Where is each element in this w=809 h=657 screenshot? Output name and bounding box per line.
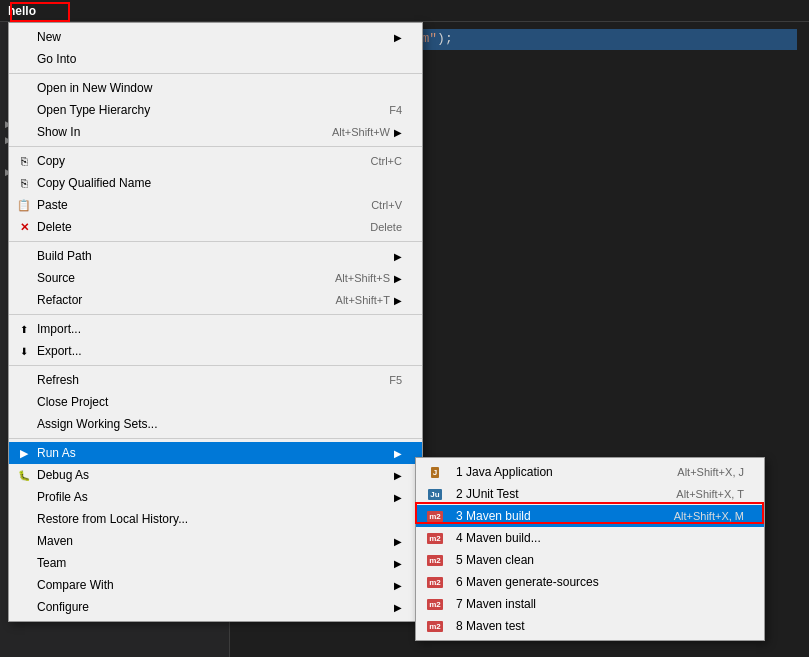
shortcut-junit: Alt+Shift+X, T <box>676 488 744 500</box>
separator-6 <box>9 438 422 439</box>
submenu-arrow-maven: ▶ <box>394 536 402 547</box>
menu-item-build-path[interactable]: Build Path ▶ <box>9 245 422 267</box>
separator-2 <box>9 146 422 147</box>
delete-icon: ✕ <box>15 218 33 236</box>
context-menu[interactable]: New ▶ Go Into Open in New Window Open Ty… <box>8 22 423 622</box>
maven-clean-icon: m2 <box>422 552 448 568</box>
maven-test-icon: m2 <box>422 618 448 634</box>
submenu-arrow-build-path: ▶ <box>394 251 402 262</box>
menu-item-paste[interactable]: 📋 Paste Ctrl+V <box>9 194 422 216</box>
maven-build-icon-text: m2 <box>427 511 443 522</box>
submenu-item-java-app[interactable]: J 1 Java Application Alt+Shift+X, J <box>416 461 764 483</box>
menu-item-configure-label: Configure <box>37 600 390 614</box>
submenu-arrow-source: ▶ <box>394 273 402 284</box>
shortcut-maven-build: Alt+Shift+X, M <box>674 510 744 522</box>
separator-1 <box>9 73 422 74</box>
submenu-arrow-team: ▶ <box>394 558 402 569</box>
shortcut-refactor: Alt+Shift+T <box>336 294 390 306</box>
maven-build-dots-icon: m2 <box>422 530 448 546</box>
maven-clean-icon-text: m2 <box>427 555 443 566</box>
menu-item-refactor[interactable]: Refactor Alt+Shift+T ▶ <box>9 289 422 311</box>
context-menu-overlay: New ▶ Go Into Open in New Window Open Ty… <box>0 0 809 657</box>
maven-dots-icon-text: m2 <box>427 533 443 544</box>
menu-item-copy-label: Copy <box>37 154 351 168</box>
menu-item-open-type-hierarchy-label: Open Type Hierarchy <box>37 103 369 117</box>
separator-4 <box>9 314 422 315</box>
menu-item-delete-label: Delete <box>37 220 350 234</box>
maven-build-icon: m2 <box>422 508 448 524</box>
junit-icon-text: Ju <box>428 489 441 500</box>
menu-item-export-label: Export... <box>37 344 402 358</box>
submenu-item-maven-install-label: 7 Maven install <box>456 597 744 611</box>
menu-item-source[interactable]: Source Alt+Shift+S ▶ <box>9 267 422 289</box>
submenu-item-junit[interactable]: Ju 2 JUnit Test Alt+Shift+X, T <box>416 483 764 505</box>
menu-item-team[interactable]: Team ▶ <box>9 552 422 574</box>
java-icon-text: J <box>431 467 439 478</box>
submenu-item-maven-clean-label: 5 Maven clean <box>456 553 744 567</box>
menu-item-run-as-label: Run As <box>37 446 390 460</box>
copy-qualified-icon: ⎘ <box>15 174 33 192</box>
menu-item-assign-working-sets[interactable]: Assign Working Sets... <box>9 413 422 435</box>
submenu-item-maven-test[interactable]: m2 8 Maven test <box>416 615 764 637</box>
shortcut-refresh: F5 <box>389 374 402 386</box>
paste-icon: 📋 <box>15 196 33 214</box>
export-icon: ⬇ <box>15 342 33 360</box>
menu-item-export[interactable]: ⬇ Export... <box>9 340 422 362</box>
menu-item-copy[interactable]: ⎘ Copy Ctrl+C <box>9 150 422 172</box>
import-icon: ⬆ <box>15 320 33 338</box>
menu-item-run-as[interactable]: ▶ Run As ▶ <box>9 442 422 464</box>
submenu-item-maven-build-dots-label: 4 Maven build... <box>456 531 744 545</box>
submenu-arrow-refactor: ▶ <box>394 295 402 306</box>
submenu-item-maven-build[interactable]: m2 3 Maven build Alt+Shift+X, M <box>416 505 764 527</box>
menu-item-go-into-label: Go Into <box>37 52 402 66</box>
separator-5 <box>9 365 422 366</box>
submenu-item-maven-generate-label: 6 Maven generate-sources <box>456 575 744 589</box>
shortcut-paste: Ctrl+V <box>371 199 402 211</box>
menu-item-delete[interactable]: ✕ Delete Delete <box>9 216 422 238</box>
java-app-icon: J <box>422 464 448 480</box>
menu-item-compare-with[interactable]: Compare With ▶ <box>9 574 422 596</box>
menu-item-maven[interactable]: Maven ▶ <box>9 530 422 552</box>
submenu-item-junit-label: 2 JUnit Test <box>456 487 656 501</box>
menu-item-refactor-label: Refactor <box>37 293 316 307</box>
menu-item-refresh[interactable]: Refresh F5 <box>9 369 422 391</box>
submenu-item-maven-build-label: 3 Maven build <box>456 509 654 523</box>
menu-item-debug-as[interactable]: 🐛 Debug As ▶ <box>9 464 422 486</box>
shortcut-delete: Delete <box>370 221 402 233</box>
menu-item-assign-working-sets-label: Assign Working Sets... <box>37 417 402 431</box>
run-as-submenu[interactable]: J 1 Java Application Alt+Shift+X, J Ju 2… <box>415 457 765 641</box>
menu-item-paste-label: Paste <box>37 198 351 212</box>
menu-item-restore-history[interactable]: Restore from Local History... <box>9 508 422 530</box>
menu-item-import[interactable]: ⬆ Import... <box>9 318 422 340</box>
maven-generate-icon-text: m2 <box>427 577 443 588</box>
menu-item-profile-as[interactable]: Profile As ▶ <box>9 486 422 508</box>
submenu-arrow-compare-with: ▶ <box>394 580 402 591</box>
menu-item-build-path-label: Build Path <box>37 249 390 263</box>
submenu-item-maven-clean[interactable]: m2 5 Maven clean <box>416 549 764 571</box>
copy-icon: ⎘ <box>15 152 33 170</box>
submenu-item-maven-generate[interactable]: m2 6 Maven generate-sources <box>416 571 764 593</box>
menu-item-maven-label: Maven <box>37 534 390 548</box>
menu-item-go-into[interactable]: Go Into <box>9 48 422 70</box>
maven-install-icon: m2 <box>422 596 448 612</box>
shortcut-copy: Ctrl+C <box>371 155 402 167</box>
menu-item-new[interactable]: New ▶ <box>9 26 422 48</box>
menu-item-copy-qualified[interactable]: ⎘ Copy Qualified Name <box>9 172 422 194</box>
menu-item-profile-as-label: Profile As <box>37 490 390 504</box>
maven-generate-icon: m2 <box>422 574 448 590</box>
menu-item-source-label: Source <box>37 271 315 285</box>
menu-item-close-project[interactable]: Close Project <box>9 391 422 413</box>
shortcut-source: Alt+Shift+S <box>335 272 390 284</box>
menu-item-close-project-label: Close Project <box>37 395 402 409</box>
menu-item-team-label: Team <box>37 556 390 570</box>
submenu-item-maven-build-dots[interactable]: m2 4 Maven build... <box>416 527 764 549</box>
menu-item-configure[interactable]: Configure ▶ <box>9 596 422 618</box>
menu-item-show-in[interactable]: Show In Alt+Shift+W ▶ <box>9 121 422 143</box>
submenu-item-maven-install[interactable]: m2 7 Maven install <box>416 593 764 615</box>
shortcut-f4: F4 <box>389 104 402 116</box>
menu-item-open-type-hierarchy[interactable]: Open Type Hierarchy F4 <box>9 99 422 121</box>
menu-item-import-label: Import... <box>37 322 402 336</box>
menu-item-compare-with-label: Compare With <box>37 578 390 592</box>
menu-item-open-new-window[interactable]: Open in New Window <box>9 77 422 99</box>
submenu-arrow-run-as: ▶ <box>394 448 402 459</box>
